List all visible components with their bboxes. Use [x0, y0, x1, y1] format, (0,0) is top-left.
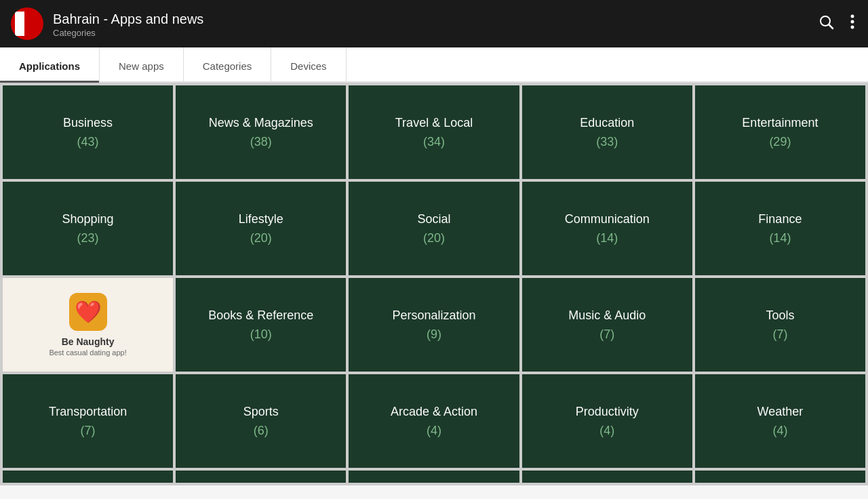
more-options-button[interactable] — [848, 11, 857, 37]
header-title-block: Bahrain - Apps and news Categories — [53, 10, 815, 38]
category-arcade-action[interactable]: Arcade & Action (4) — [349, 374, 519, 468]
svg-marker-1 — [24, 12, 39, 36]
header-actions — [815, 11, 857, 37]
category-education[interactable]: Education (33) — [522, 85, 692, 179]
category-personalization[interactable]: Personalization (9) — [349, 278, 519, 372]
app-logo — [11, 7, 43, 40]
search-button[interactable] — [815, 11, 837, 37]
category-business[interactable]: Business (43) — [3, 85, 173, 179]
svg-rect-0 — [15, 12, 24, 36]
category-shopping[interactable]: Shopping (23) — [3, 182, 173, 275]
category-news-magazines[interactable]: News & Magazines (38) — [176, 85, 346, 179]
category-grid: Business (43) News & Magazines (38) Trav… — [0, 83, 868, 471]
tab-applications[interactable]: Applications — [0, 47, 100, 81]
svg-line-3 — [829, 25, 833, 29]
svg-point-4 — [851, 15, 854, 18]
nav-tabs: Applications New apps Categories Devices — [0, 47, 868, 83]
category-sports[interactable]: Sports (6) — [176, 374, 346, 468]
category-travel-local[interactable]: Travel & Local (34) — [349, 85, 519, 179]
category-social[interactable]: Social (20) — [349, 182, 519, 275]
ad-tile-be-naughty[interactable]: ❤️ Be Naughty Best casual dating app! — [3, 278, 173, 372]
category-entertainment[interactable]: Entertainment (29) — [695, 85, 865, 179]
category-communication[interactable]: Communication (14) — [522, 182, 692, 275]
tab-devices[interactable]: Devices — [271, 47, 346, 81]
app-header: Bahrain - Apps and news Categories — [0, 0, 868, 47]
header-title: Bahrain - Apps and news — [53, 10, 815, 28]
category-transportation[interactable]: Transportation (7) — [3, 374, 173, 468]
category-weather[interactable]: Weather (4) — [695, 374, 865, 468]
svg-point-6 — [851, 26, 854, 29]
header-subtitle: Categories — [53, 28, 815, 38]
ad-icon: ❤️ — [69, 293, 107, 331]
tab-new-apps[interactable]: New apps — [100, 47, 184, 81]
svg-point-5 — [851, 20, 854, 24]
tab-categories[interactable]: Categories — [184, 47, 272, 81]
category-music-audio[interactable]: Music & Audio (7) — [522, 278, 692, 372]
category-tools[interactable]: Tools (7) — [695, 278, 865, 372]
category-productivity[interactable]: Productivity (4) — [522, 374, 692, 468]
category-finance[interactable]: Finance (14) — [695, 182, 865, 275]
category-lifestyle[interactable]: Lifestyle (20) — [176, 182, 346, 275]
category-books-reference[interactable]: Books & Reference (10) — [176, 278, 346, 372]
